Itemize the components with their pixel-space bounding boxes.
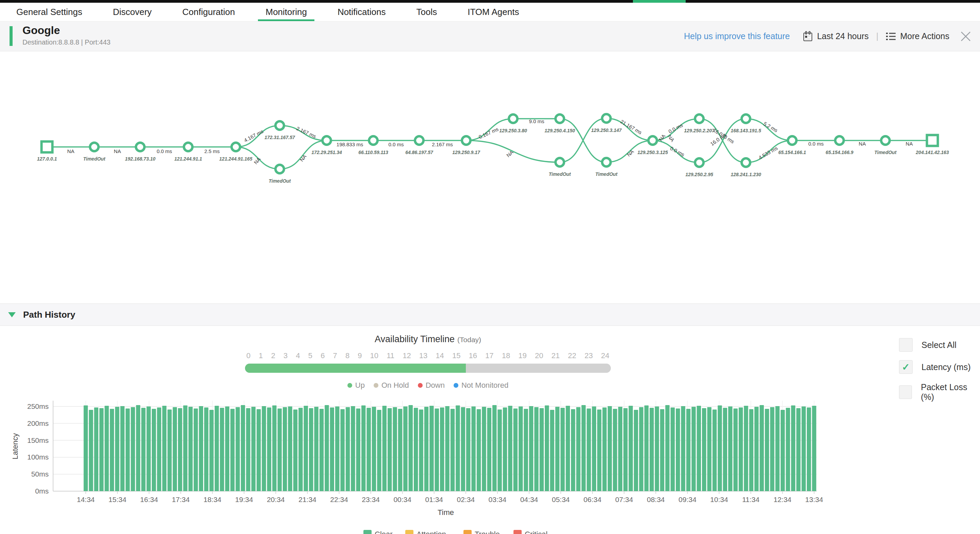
latency-bar[interactable] <box>692 407 695 491</box>
latency-bar[interactable] <box>749 409 753 491</box>
latency-bar[interactable] <box>775 406 780 491</box>
latency-bar[interactable] <box>419 410 423 491</box>
latency-bar[interactable] <box>744 406 748 491</box>
checkbox-select-all[interactable]: Select All <box>899 338 980 352</box>
latency-bar[interactable] <box>514 408 517 491</box>
latency-bar[interactable] <box>382 406 387 491</box>
latency-bar[interactable] <box>482 407 486 491</box>
latency-bar[interactable] <box>189 407 192 491</box>
latency-bar[interactable] <box>602 407 606 491</box>
latency-bar[interactable] <box>167 410 172 491</box>
latency-bar[interactable] <box>251 407 256 491</box>
latency-bar[interactable] <box>231 409 234 491</box>
latency-bar[interactable] <box>320 409 324 491</box>
hop-node[interactable]: 127.0.0.1 <box>37 141 57 162</box>
latency-bar[interactable] <box>676 408 680 491</box>
latency-bar[interactable] <box>665 405 669 491</box>
latency-bar[interactable] <box>235 407 240 491</box>
latency-bar[interactable] <box>194 408 198 491</box>
latency-bar[interactable] <box>430 406 434 491</box>
hop-node[interactable]: 129.250.3.147 <box>591 114 622 134</box>
latency-bar[interactable] <box>765 409 769 491</box>
latency-bar[interactable] <box>597 410 601 491</box>
tab-tools[interactable]: Tools <box>417 3 437 21</box>
latency-bar[interactable] <box>220 408 224 491</box>
latency-bar[interactable] <box>121 406 124 491</box>
latency-bar[interactable] <box>529 406 533 491</box>
latency-bar[interactable] <box>540 408 544 491</box>
latency-bar[interactable] <box>576 407 580 491</box>
latency-bar[interactable] <box>786 408 790 491</box>
latency-bar[interactable] <box>199 406 203 491</box>
latency-bar[interactable] <box>723 408 727 491</box>
latency-bar[interactable] <box>256 409 261 491</box>
latency-bar[interactable] <box>681 406 685 491</box>
hop-node[interactable]: 121.244.91.1 <box>174 143 202 162</box>
latency-bar[interactable] <box>162 406 166 491</box>
latency-bar[interactable] <box>807 407 811 491</box>
latency-bar[interactable] <box>461 407 465 491</box>
latency-bar[interactable] <box>508 406 512 491</box>
latency-bar[interactable] <box>534 407 538 491</box>
latency-bar[interactable] <box>372 407 376 491</box>
latency-bar[interactable] <box>733 408 737 491</box>
latency-bar[interactable] <box>309 408 313 491</box>
latency-bar[interactable] <box>435 408 439 491</box>
latency-bar[interactable] <box>157 407 161 491</box>
latency-bar[interactable] <box>545 405 549 491</box>
hop-node[interactable]: TimedOut <box>83 143 105 162</box>
latency-bar[interactable] <box>141 408 145 491</box>
latency-bar[interactable] <box>639 407 643 491</box>
hop-node[interactable]: 172.31.167.57 <box>264 121 295 140</box>
latency-bar[interactable] <box>613 409 617 491</box>
latency-bar[interactable] <box>340 409 344 491</box>
latency-bar[interactable] <box>566 406 570 491</box>
latency-bar[interactable] <box>330 407 334 491</box>
latency-bar[interactable] <box>209 410 213 491</box>
tab-itom-agents[interactable]: ITOM Agents <box>468 3 519 21</box>
hop-node[interactable]: 168.143.191.5 <box>730 114 761 134</box>
latency-bar[interactable] <box>377 410 381 491</box>
latency-bar[interactable] <box>582 405 585 491</box>
latency-bar[interactable] <box>215 406 219 491</box>
latency-bar[interactable] <box>498 410 501 491</box>
latency-bar[interactable] <box>440 407 444 491</box>
latency-bar[interactable] <box>314 407 318 491</box>
latency-bar[interactable] <box>183 405 187 491</box>
latency-bar[interactable] <box>335 407 339 491</box>
latency-bar[interactable] <box>487 408 492 491</box>
tab-discovery[interactable]: Discovery <box>113 3 152 21</box>
checkbox-unchecked-icon[interactable] <box>899 338 913 352</box>
latency-bar[interactable] <box>802 407 806 491</box>
latency-bar[interactable] <box>649 408 654 491</box>
latency-bar[interactable] <box>262 406 266 491</box>
latency-bar[interactable] <box>524 409 528 491</box>
latency-bar[interactable] <box>298 408 302 491</box>
latency-bar[interactable] <box>477 409 481 491</box>
latency-bar[interactable] <box>754 407 759 491</box>
latency-bar[interactable] <box>644 405 649 491</box>
latency-bar[interactable] <box>671 407 675 491</box>
latency-bar[interactable] <box>246 408 250 491</box>
hop-node[interactable]: 192.168.73.10 <box>125 143 156 162</box>
latency-bar[interactable] <box>718 405 722 491</box>
hop-node[interactable]: 121.244.91.165 <box>219 143 253 162</box>
latency-bar[interactable] <box>618 407 622 491</box>
latency-bar[interactable] <box>110 409 114 491</box>
latency-bar[interactable] <box>351 406 355 491</box>
hop-node[interactable]: 65.154.166.9 <box>826 137 853 156</box>
latency-bar[interactable] <box>366 408 371 491</box>
latency-bar[interactable] <box>445 406 449 491</box>
latency-bar[interactable] <box>356 408 360 491</box>
latency-bar[interactable] <box>403 407 407 491</box>
hop-node[interactable]: 204.141.42.163 <box>915 135 949 155</box>
latency-bar[interactable] <box>173 407 177 491</box>
latency-bar[interactable] <box>697 406 701 491</box>
latency-bar[interactable] <box>628 406 633 491</box>
latency-bar[interactable] <box>587 408 591 491</box>
feedback-link[interactable]: Help us improve this feature <box>684 31 790 41</box>
latency-bar[interactable] <box>791 405 795 491</box>
hop-node[interactable]: 129.250.2.207 <box>684 114 715 134</box>
latency-bar[interactable] <box>503 407 507 491</box>
latency-bar[interactable] <box>796 408 800 491</box>
